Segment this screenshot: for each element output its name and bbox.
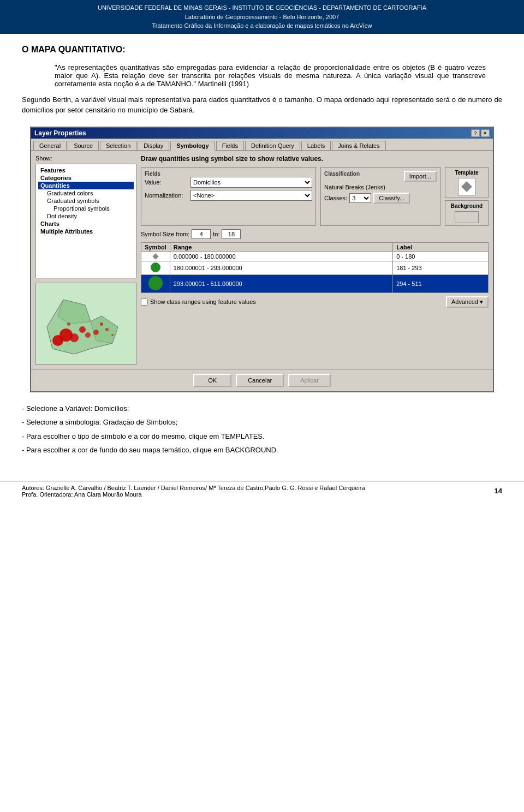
instruction-4: - Para escolher a cor de fundo do seu ma… [22,445,502,456]
page-number: 14 [495,487,502,495]
range-cell-2: 180.000001 - 293.000000 [170,261,392,274]
normalization-select[interactable]: <None> [190,190,312,201]
dialog-titlebar: Layer Properties ? ✕ [31,128,493,139]
instruction-2: - Selecione a simbologia: Gradação de Sí… [22,417,502,428]
tab-fields[interactable]: Fields [216,141,244,150]
show-item-proportional-symbols[interactable]: Proportional symbols [38,205,134,212]
show-list: Features Categories Quantities Graduated… [35,164,136,278]
range-cell-3: 293.000001 - 511.000000 [170,274,392,292]
label-cell-3: 294 - 511 [393,274,489,292]
medium-circle-icon [151,262,160,272]
layer-properties-dialog: Layer Properties ? ✕ General Source Sele… [30,127,494,392]
titlebar-buttons: ? ✕ [471,129,490,137]
advanced-button[interactable]: Advanced ▾ [446,296,489,308]
classes-select[interactable]: 3 4 5 [349,193,371,203]
normalization-label: Normalization: [145,192,188,199]
instructions: - Selecione a Variável: Domicílios; - Se… [22,403,502,456]
symbol-size-to-input[interactable] [222,229,241,239]
svg-point-5 [52,335,63,346]
large-circle-icon [148,276,163,290]
header-line3: Tratamento Gráfico da Informação e a ela… [5,21,519,31]
symbol-table: Symbol Range Label 0.000000 - 180.000000… [141,242,489,293]
show-item-dot-density[interactable]: Dot density [38,212,134,220]
classify-button[interactable]: Classify... [373,193,410,204]
table-row-selected[interactable]: 293.000001 - 511.000000 294 - 511 [141,274,489,292]
col-symbol: Symbol [141,242,170,252]
svg-point-13 [67,323,70,326]
import-button[interactable]: Import... [404,171,437,182]
header: UNIVERSIDADE FEDERAL DE MINAS GERAIS - I… [0,0,524,34]
symbol-size-from-input[interactable] [192,229,211,239]
ok-button[interactable]: OK [193,374,231,387]
left-panel: Show: Features Categories Quantities Gra… [35,155,136,365]
dialog-footer: OK Cancelar Aplicar [31,369,493,391]
svg-point-6 [70,333,79,342]
checkbox-row: Show class ranges using feature values [141,298,256,306]
tab-selection[interactable]: Selection [100,141,136,150]
bottom-row: Show class ranges using feature values A… [141,296,489,308]
svg-point-10 [100,323,103,326]
value-label: Value: [145,179,188,186]
col-label: Label [393,242,489,252]
template-label: Template [448,170,486,176]
table-row[interactable]: 0.000000 - 180.000000 0 - 180 [141,252,489,261]
show-item-graduated-symbols[interactable]: Graduated symbols [38,197,134,205]
help-button[interactable]: ? [471,129,480,137]
background-color-box[interactable] [455,211,479,223]
show-class-ranges-checkbox[interactable] [141,298,148,306]
svg-point-7 [79,326,86,333]
classes-row: Classes: 3 4 5 Classify... [324,193,437,204]
close-button[interactable]: ✕ [481,129,490,137]
tab-labels[interactable]: Labels [301,141,331,150]
show-item-quantities[interactable]: Quantities [38,182,134,189]
show-item-charts[interactable]: Charts [38,220,134,228]
show-item-graduated-colors[interactable]: Graduated colors [38,189,134,197]
show-item-multiple-attributes[interactable]: Multiple Attributes [38,228,134,235]
tab-joins-relates[interactable]: Joins & Relates [332,141,385,150]
background-label: Background [448,203,486,209]
section-title: O MAPA QUANTITATIVO: [22,45,502,55]
instruction-3: - Para escolher o tipo de símbolo e a co… [22,431,502,442]
dialog-title: Layer Properties [34,129,86,137]
fields-section: Fields Value: Domicilios Normalization: … [141,167,316,226]
svg-point-12 [111,334,114,336]
template-symbol-box[interactable] [458,178,475,195]
col-range: Range [170,242,392,252]
show-item-features[interactable]: Features [38,166,134,174]
label-cell-2: 181 - 293 [393,261,489,274]
tab-source[interactable]: Source [68,141,99,150]
fields-label: Fields [145,171,312,177]
authors-text: Autores: Grazielle A. Carvalho / Beatriz… [22,485,365,491]
tab-display[interactable]: Display [138,141,169,150]
tab-definition-query[interactable]: Definition Query [245,141,300,150]
svg-point-11 [105,328,109,331]
template-background-area: Template Background [445,167,489,226]
svg-point-8 [85,332,91,338]
classification-section: Classification Import... Natural Breaks … [320,167,440,226]
dialog-body: Show: Features Categories Quantities Gra… [31,151,493,369]
table-row[interactable]: 180.000001 - 293.000000 181 - 293 [141,261,489,274]
show-label: Show: [35,155,136,162]
apply-button[interactable]: Aplicar [288,374,331,387]
symbol-cell-3 [141,274,170,292]
header-line2: Laboratório de Geoprocessamento - Belo H… [5,13,519,22]
tab-general[interactable]: General [33,141,67,150]
cancel-button[interactable]: Cancelar [236,374,284,387]
symbol-size-row: Symbol Size from: to: [141,229,489,239]
symbol-size-label: Symbol Size from: [141,231,189,237]
instruction-1: - Selecione a Variável: Domicílios; [22,403,502,414]
background-group: Background [445,200,489,226]
small-diamond-icon [152,253,158,259]
symbol-cell-2 [141,261,170,274]
show-class-ranges-label: Show class ranges using feature values [150,298,256,305]
value-select[interactable]: Domicilios [190,177,312,188]
prof-text: Profa. Orientadora: Ana Clara Mourão Mou… [22,491,365,498]
dialog-tabs: General Source Selection Display Symbolo… [31,139,493,151]
body-text: Segundo Bertin, a variável visual mais r… [22,94,502,116]
footer-text: Autores: Grazielle A. Carvalho / Beatriz… [22,485,365,498]
show-item-categories[interactable]: Categories [38,174,134,182]
map-preview [35,283,136,365]
page-footer: Autores: Grazielle A. Carvalho / Beatriz… [0,481,524,501]
right-panel: Draw quantities using symbol size to sho… [141,155,489,365]
tab-symbology[interactable]: Symbology [170,141,215,151]
